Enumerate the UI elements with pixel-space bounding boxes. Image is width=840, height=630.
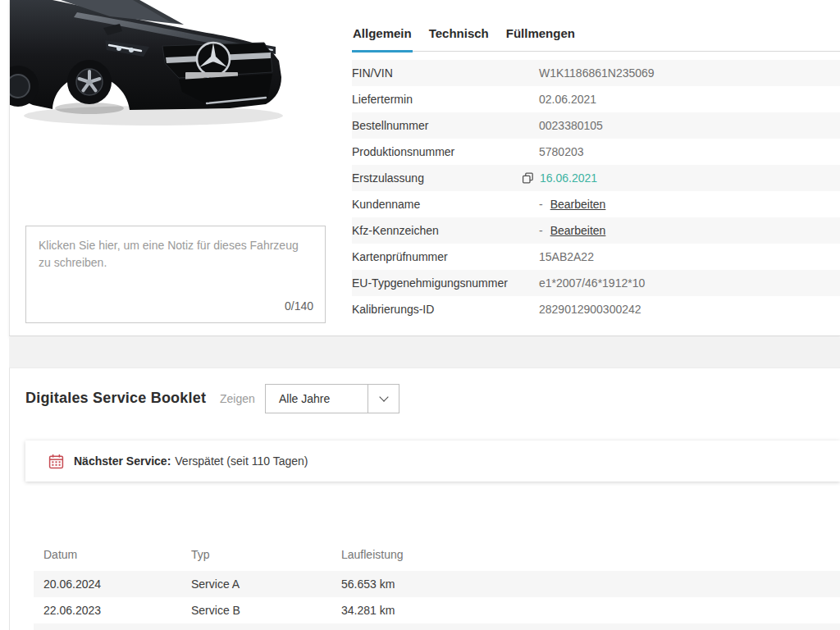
filter-label: Zeigen	[220, 392, 255, 405]
detail-label: Erstzulassung	[352, 171, 539, 185]
alert-text: Verspätet (seit 110 Tagen)	[175, 454, 308, 468]
detail-label: EU-Typgenehmigungsnummer	[352, 276, 539, 290]
column-header-typ: Typ	[191, 541, 210, 568]
detail-value: 0023380105	[539, 119, 603, 132]
vehicle-overview-card: CLA Allgemein Technisch Füllmengen FIN/V…	[9, 0, 840, 336]
column-header-laufleistung: Laufleistung	[341, 541, 404, 568]
cell-datum: 20.06.2024	[43, 571, 101, 597]
detail-row-bestellnummer: Bestellnummer 0023380105	[352, 112, 840, 139]
cell-typ: Service B	[191, 597, 240, 623]
service-table-row: 20.06.2024 Service A 56.653 km	[34, 571, 840, 597]
detail-label: Bestellnummer	[352, 119, 539, 132]
detail-row-fin: FIN/VIN W1K1186861N235069	[352, 60, 840, 86]
detail-label: Produktionsnummer	[352, 145, 539, 158]
detail-label: Kartenprüfnummer	[352, 250, 539, 263]
note-char-counter: 0/140	[285, 298, 313, 315]
detail-row-erstzulassung: Erstzulassung 16.06.2021	[352, 165, 840, 191]
chevron-down-icon	[379, 392, 388, 401]
detail-value: W1K1186861N235069	[539, 66, 655, 80]
detail-row-produktionsnummer: Produktionsnummer 5780203	[352, 139, 840, 165]
section-divider	[9, 337, 840, 368]
service-table-row: 22.06.2023 Service B 34.281 km	[34, 597, 840, 623]
detail-value: 15AB2A22	[539, 250, 594, 263]
next-service-alert: Nächster Service: Verspätet (seit 110 Ta…	[25, 441, 840, 482]
detail-value: 5780203	[539, 145, 584, 158]
vehicle-note-input[interactable]: Klicken Sie hier, um eine Notiz für dies…	[25, 226, 326, 323]
vehicle-detail-tabs: Allgemein Technisch Füllmengen	[352, 25, 840, 52]
detail-row-kartenpruefnummer: Kartenprüfnummer 15AB2A22	[352, 244, 840, 270]
empty-value-dash: -	[539, 224, 543, 237]
detail-label: Liefertermin	[352, 93, 539, 106]
cell-laufleistung: 56.653 km	[341, 571, 395, 597]
front-wheel	[67, 60, 112, 104]
detail-row-eu-typgenehmigung: EU-Typgenehmigungsnummer e1*2007/46*1912…	[352, 270, 840, 296]
cell-typ: Service A	[191, 571, 240, 597]
tab-fuellmengen[interactable]: Füllmengen	[505, 25, 576, 51]
detail-value: 02.06.2021	[539, 93, 596, 106]
detail-label: Kfz-Kennzeichen	[352, 224, 539, 237]
vehicle-image: CLA	[10, 0, 289, 135]
detail-row-liefertermin: Liefertermin 02.06.2021	[352, 86, 840, 112]
calendar-icon	[48, 454, 64, 469]
service-booklet-card: Digitales Service Booklet Zeigen Alle Ja…	[9, 368, 840, 630]
copy-icon[interactable]	[522, 172, 534, 185]
vehicle-details-list: FIN/VIN W1K1186861N235069 Liefertermin 0…	[352, 60, 840, 322]
tab-allgemein[interactable]: Allgemein	[352, 25, 413, 51]
detail-label: Kalibrierungs-ID	[352, 303, 539, 316]
service-table-row-partial	[34, 623, 840, 630]
year-filter-dropdown[interactable]: Alle Jahre	[265, 384, 399, 413]
empty-value-dash: -	[539, 198, 543, 211]
detail-value: 2829012900300242	[539, 303, 641, 316]
detail-label: FIN/VIN	[352, 66, 539, 80]
section-title: Digitales Service Booklet	[25, 390, 206, 407]
detail-row-kalibrierungs-id: Kalibrierungs-ID 2829012900300242	[352, 296, 840, 322]
detail-value: e1*2007/46*1912*10	[539, 276, 645, 290]
cell-laufleistung: 34.281 km	[341, 597, 395, 623]
edit-kundenname-link[interactable]: Bearbeiten	[550, 198, 606, 211]
edit-kennzeichen-link[interactable]: Bearbeiten	[550, 224, 606, 237]
dropdown-chevron-area	[368, 385, 399, 413]
mercedes-logo-icon	[197, 43, 230, 75]
cell-datum: 22.06.2023	[43, 597, 101, 623]
detail-label: Kundenname	[352, 198, 539, 211]
erstzulassung-date-link[interactable]: 16.06.2021	[540, 171, 597, 185]
note-placeholder: Klicken Sie hier, um eine Notiz für dies…	[39, 239, 299, 269]
column-header-datum: Datum	[43, 541, 77, 568]
detail-row-kennzeichen: Kfz-Kennzeichen - Bearbeiten	[352, 217, 840, 244]
alert-label: Nächster Service:	[74, 454, 171, 468]
dropdown-selected-value: Alle Jahre	[266, 385, 368, 413]
detail-row-kundenname: Kundenname - Bearbeiten	[352, 191, 840, 217]
tab-technisch[interactable]: Technisch	[428, 25, 490, 51]
service-table-header: Datum Typ Laufleistung	[34, 541, 840, 568]
